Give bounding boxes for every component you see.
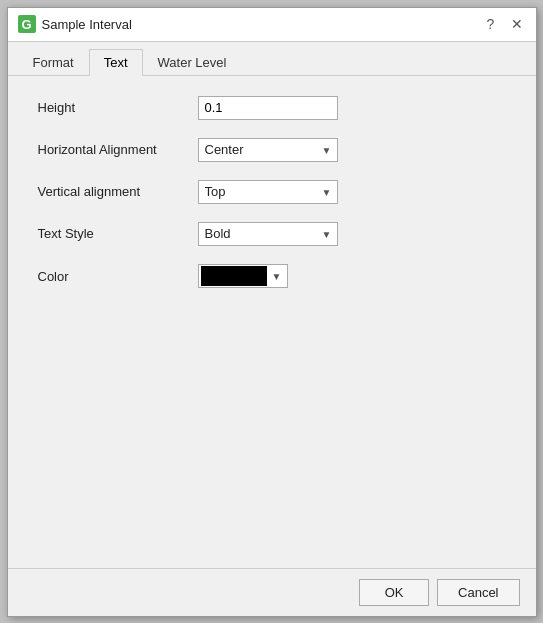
vertical-alignment-group: Vertical alignment Top Middle Bottom ▼ [38,180,506,204]
height-label: Height [38,100,198,115]
horizontal-alignment-control: Left Center Right ▼ [198,138,506,162]
horizontal-alignment-group: Horizontal Alignment Left Center Right ▼ [38,138,506,162]
dialog-title: Sample Interval [42,17,132,32]
text-style-control: Normal Bold Italic Bold Italic ▼ [198,222,506,246]
vertical-alignment-select[interactable]: Top Middle Bottom [198,180,338,204]
vertical-alignment-label: Vertical alignment [38,184,198,199]
tab-bar: Format Text Water Level [8,42,536,76]
cancel-button[interactable]: Cancel [437,579,519,606]
help-button[interactable]: ? [482,15,500,33]
color-control: ▼ [198,264,506,289]
footer: OK Cancel [8,568,536,616]
dialog: G Sample Interval ? ✕ Format Text Water … [7,7,537,617]
tab-format[interactable]: Format [18,49,89,76]
height-input[interactable] [198,96,338,120]
ok-button[interactable]: OK [359,579,429,606]
height-control [198,96,506,120]
horizontal-alignment-wrapper: Left Center Right ▼ [198,138,338,162]
color-swatch [201,266,267,286]
text-style-select[interactable]: Normal Bold Italic Bold Italic [198,222,338,246]
vertical-alignment-wrapper: Top Middle Bottom ▼ [198,180,338,204]
close-button[interactable]: ✕ [508,15,526,33]
text-style-label: Text Style [38,226,198,241]
title-bar-right: ? ✕ [482,15,526,33]
content-area: Height Horizontal Alignment Left Center … [8,76,536,568]
horizontal-alignment-select[interactable]: Left Center Right [198,138,338,162]
color-label: Color [38,269,198,284]
text-style-wrapper: Normal Bold Italic Bold Italic ▼ [198,222,338,246]
tab-text[interactable]: Text [89,49,143,76]
vertical-alignment-control: Top Middle Bottom ▼ [198,180,506,204]
app-icon-label: G [21,17,31,32]
color-picker-button[interactable]: ▼ [198,264,288,288]
app-icon: G [18,15,36,33]
tab-water-level[interactable]: Water Level [143,49,242,76]
height-group: Height [38,96,506,120]
text-style-group: Text Style Normal Bold Italic Bold Itali… [38,222,506,246]
title-bar: G Sample Interval ? ✕ [8,8,536,42]
horizontal-alignment-label: Horizontal Alignment [38,142,198,157]
chevron-down-icon-4: ▼ [272,270,282,281]
color-group: Color ▼ [38,264,506,289]
title-bar-left: G Sample Interval [18,15,132,33]
